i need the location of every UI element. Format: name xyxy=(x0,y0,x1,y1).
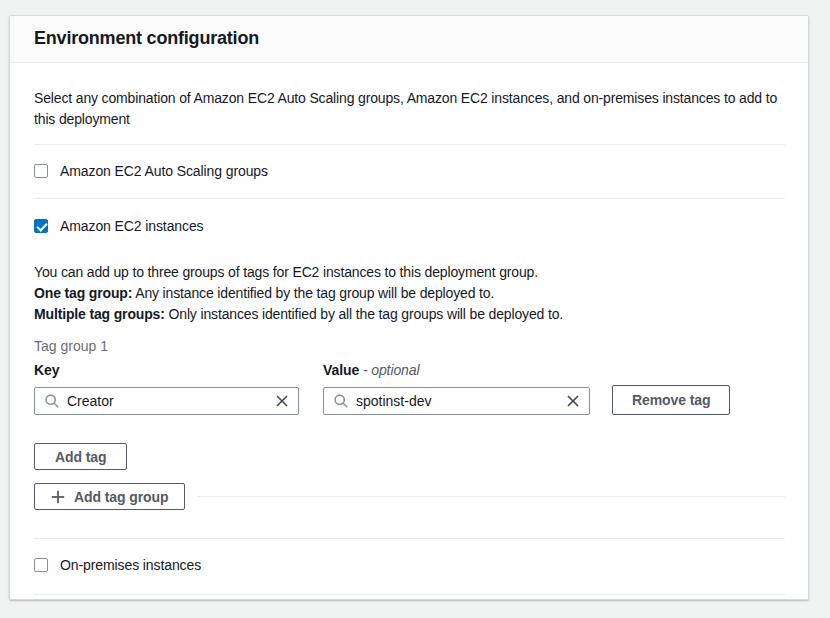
clear-value-icon[interactable] xyxy=(566,394,580,408)
help-multiple-tag-groups-text: Only instances identified by all the tag… xyxy=(165,306,563,322)
add-tag-group-button[interactable]: Add tag group xyxy=(34,483,185,510)
add-tag-button[interactable]: Add tag xyxy=(34,443,127,470)
panel-title: Environment configuration xyxy=(34,28,784,49)
value-input-box xyxy=(323,387,590,415)
add-tag-group-row: Add tag group xyxy=(34,483,785,510)
key-field: Key xyxy=(34,361,299,415)
environment-configuration-panel: Environment configuration Select any com… xyxy=(9,15,809,600)
x-icon xyxy=(566,394,580,408)
ec2-instances-checkbox[interactable] xyxy=(34,219,48,233)
value-label: Value - optional xyxy=(323,361,590,379)
search-icon xyxy=(44,393,60,409)
divider xyxy=(34,594,785,595)
help-one-tag-group-text: Any instance identified by the tag group… xyxy=(132,285,494,301)
on-premises-label[interactable]: On-premises instances xyxy=(60,555,201,575)
help-line-multiple-tag-groups: Multiple tag groups: Only instances iden… xyxy=(34,304,785,325)
ec2-instances-label[interactable]: Amazon EC2 instances xyxy=(60,216,204,236)
remove-tag-button[interactable]: Remove tag xyxy=(612,385,730,415)
divider xyxy=(198,496,785,497)
checkbox-row-ec2-instances: Amazon EC2 instances xyxy=(34,199,785,236)
help-line-intro: You can add up to three groups of tags f… xyxy=(34,262,785,283)
value-optional-text: - optional xyxy=(363,362,420,378)
key-input-box xyxy=(34,387,299,415)
panel-header: Environment configuration xyxy=(10,16,808,63)
clear-key-icon[interactable] xyxy=(275,394,289,408)
key-input[interactable] xyxy=(67,393,268,409)
help-line-one-tag-group: One tag group: Any instance identified b… xyxy=(34,283,785,304)
value-label-text: Value xyxy=(323,362,359,378)
search-icon xyxy=(333,393,349,409)
tag-group-title: Tag group 1 xyxy=(34,336,785,356)
on-premises-checkbox[interactable] xyxy=(34,558,48,572)
value-field: Value - optional xyxy=(323,361,590,415)
auto-scaling-groups-checkbox[interactable] xyxy=(34,164,48,178)
tag-row: Key Value - optional xyxy=(34,361,785,415)
checkbox-row-auto-scaling-groups: Amazon EC2 Auto Scaling groups xyxy=(34,145,785,198)
help-one-tag-group-term: One tag group: xyxy=(34,285,132,301)
auto-scaling-groups-label[interactable]: Amazon EC2 Auto Scaling groups xyxy=(60,161,268,181)
x-icon xyxy=(275,394,289,408)
panel-body: Select any combination of Amazon EC2 Aut… xyxy=(10,88,808,595)
panel-description: Select any combination of Amazon EC2 Aut… xyxy=(34,88,785,130)
plus-icon xyxy=(51,490,65,504)
add-tag-group-label: Add tag group xyxy=(74,489,168,505)
key-label: Key xyxy=(34,361,299,379)
tag-help-text: You can add up to three groups of tags f… xyxy=(34,262,785,325)
help-multiple-tag-groups-term: Multiple tag groups: xyxy=(34,306,165,322)
value-input[interactable] xyxy=(356,393,559,409)
checkbox-row-on-premises: On-premises instances xyxy=(34,539,785,594)
